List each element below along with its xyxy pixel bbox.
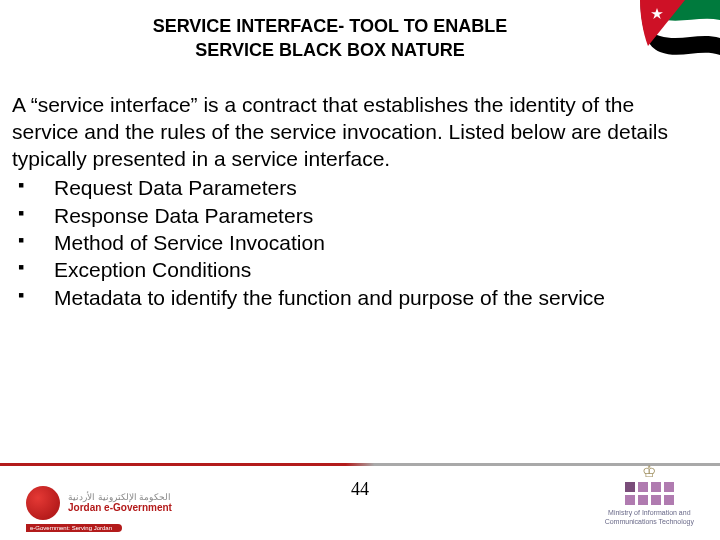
ministry-text: Ministry of Information and Communicatio… <box>605 509 694 526</box>
slide-body: A “service interface” is a contract that… <box>0 71 720 311</box>
egov-tagline: e-Government: Serving Jordan <box>26 524 122 532</box>
egov-logo-text: الحكومة الإلكترونية الأردنية Jordan e-Go… <box>68 492 172 515</box>
ministry-line-1: Ministry of Information and <box>605 509 694 517</box>
flag-decoration <box>630 0 720 70</box>
title-line-1: SERVICE INTERFACE- TOOL TO ENABLE <box>153 16 508 36</box>
slide-title: SERVICE INTERFACE- TOOL TO ENABLE SERVIC… <box>0 0 720 71</box>
list-item: Request Data Parameters <box>12 174 702 201</box>
ministry-line-2: Communications Technology <box>605 518 694 526</box>
egov-english: Jordan e-Government <box>68 502 172 514</box>
ministry-emblem-icon: ♔ <box>605 464 694 480</box>
list-item: Method of Service Invocation <box>12 229 702 256</box>
footer-logo-left: الحكومة الإلكترونية الأردنية Jordan e-Go… <box>26 486 172 520</box>
list-item: Exception Conditions <box>12 256 702 283</box>
list-item: Metadata to identify the function and pu… <box>12 284 702 311</box>
title-line-2: SERVICE BLACK BOX NATURE <box>195 40 464 60</box>
intro-paragraph: A “service interface” is a contract that… <box>12 91 702 173</box>
egov-logo-icon <box>26 486 60 520</box>
ministry-squares-icon <box>605 482 694 505</box>
bullet-list: Request Data Parameters Response Data Pa… <box>12 174 702 310</box>
footer-logo-right: ♔ Ministry of Information and Communicat… <box>605 464 694 526</box>
list-item: Response Data Parameters <box>12 202 702 229</box>
egov-arabic: الحكومة الإلكترونية الأردنية <box>68 492 172 503</box>
